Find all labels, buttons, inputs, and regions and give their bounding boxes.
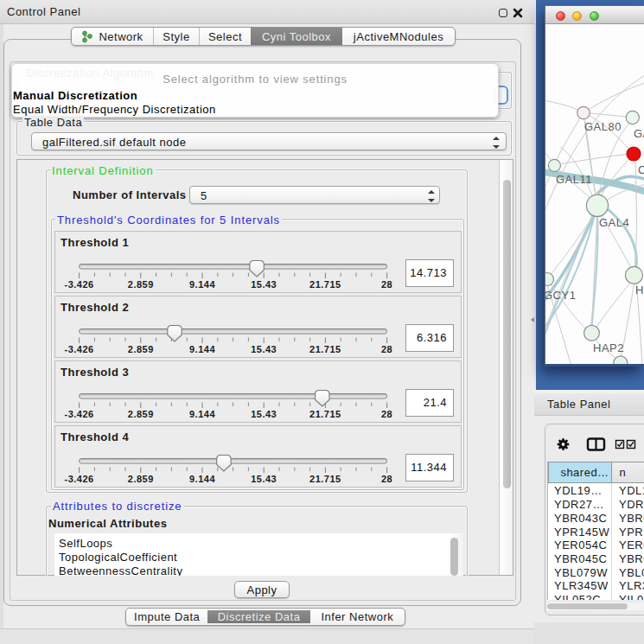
- svg-text:15.43: 15.43: [251, 279, 277, 290]
- svg-text:28: 28: [381, 409, 392, 419]
- svg-text:2.859: 2.859: [128, 344, 154, 354]
- svg-text:15.43: 15.43: [251, 474, 277, 484]
- svg-text:28: 28: [381, 474, 392, 484]
- svg-text:15.43: 15.43: [251, 409, 277, 419]
- svg-text:GAL4: GAL4: [599, 216, 629, 229]
- svg-text:21.715: 21.715: [309, 344, 341, 354]
- svg-text:2.859: 2.859: [128, 474, 154, 484]
- svg-text:9.144: 9.144: [189, 279, 215, 290]
- svg-text:-3.426: -3.426: [64, 474, 93, 484]
- svg-text:28: 28: [381, 344, 392, 354]
- svg-text:21.715: 21.715: [309, 279, 341, 290]
- svg-text:9.144: 9.144: [189, 409, 215, 419]
- svg-text:-3.426: -3.426: [64, 344, 93, 354]
- svg-text:-3.426: -3.426: [64, 279, 93, 290]
- svg-text:28: 28: [381, 279, 392, 290]
- svg-text:2.859: 2.859: [128, 409, 154, 419]
- svg-text:-3.426: -3.426: [64, 409, 93, 419]
- svg-text:GAL80: GAL80: [584, 120, 622, 133]
- svg-text:GA: GA: [634, 127, 644, 140]
- svg-text:15.43: 15.43: [251, 344, 277, 354]
- svg-text:C: C: [638, 163, 644, 176]
- svg-text:21.715: 21.715: [309, 474, 341, 484]
- svg-text:21.715: 21.715: [309, 409, 341, 419]
- svg-text:2.859: 2.859: [128, 279, 154, 290]
- svg-text:GAL11: GAL11: [556, 173, 592, 186]
- svg-text:HAP2: HAP2: [593, 341, 624, 354]
- svg-text:GCY1: GCY1: [545, 289, 576, 302]
- svg-text:9.144: 9.144: [189, 344, 215, 354]
- svg-text:H: H: [635, 284, 644, 296]
- svg-text:9.144: 9.144: [189, 474, 215, 484]
